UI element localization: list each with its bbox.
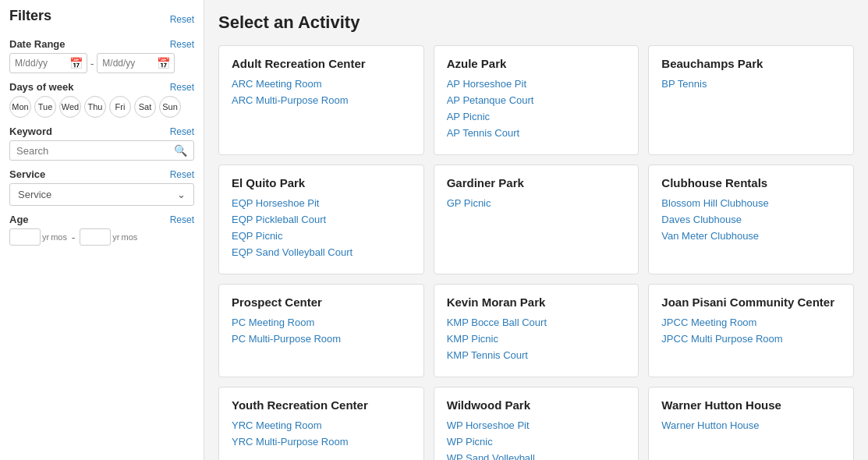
activity-link-10-0[interactable]: WP Horseshoe Pit <box>447 419 626 431</box>
activity-card-4: Gardiner ParkGP Picnic <box>434 165 639 274</box>
activity-link-5-2[interactable]: Van Meter Clubhouse <box>661 230 841 242</box>
activity-link-9-0[interactable]: YRC Meeting Room <box>232 419 411 431</box>
activity-link-6-1[interactable]: PC Multi-Purpose Room <box>232 333 411 345</box>
date-start-wrap: 📅 <box>9 53 87 73</box>
age-max-group: 99+ yr mos <box>80 228 137 246</box>
activity-card-11: Warner Hutton HouseWarner Hutton House <box>648 387 854 460</box>
activity-link-10-1[interactable]: WP Picnic <box>447 436 626 448</box>
days-of-week-reset[interactable]: Reset <box>170 82 194 93</box>
search-wrap: 🔍 <box>9 140 194 161</box>
day-btn-fri[interactable]: Fri <box>109 96 131 118</box>
day-btn-thu[interactable]: Thu <box>84 96 106 118</box>
activity-link-7-0[interactable]: KMP Bocce Ball Court <box>447 317 626 328</box>
activity-link-7-1[interactable]: KMP Picnic <box>447 333 626 345</box>
age-min-input[interactable]: 0 <box>14 232 36 242</box>
activity-card-8: Joan Pisani Community CenterJPCC Meeting… <box>648 284 854 377</box>
age-row: 0 yr mos - 99+ yr mos <box>9 228 194 246</box>
activity-link-5-1[interactable]: Daves Clubhouse <box>661 214 841 225</box>
activity-card-7: Kevin Moran ParkKMP Bocce Ball CourtKMP … <box>434 284 639 377</box>
activity-link-6-0[interactable]: PC Meeting Room <box>232 317 411 328</box>
activity-card-title-8: Joan Pisani Community Center <box>661 295 841 309</box>
age-min-wrap: 0 <box>9 228 41 246</box>
activity-card-title-7: Kevin Moran Park <box>447 295 626 309</box>
search-input[interactable] <box>16 145 174 157</box>
activity-link-2-0[interactable]: BP Tennis <box>661 78 841 90</box>
activity-link-11-0[interactable]: Warner Hutton House <box>661 419 841 431</box>
activity-link-5-0[interactable]: Blossom Hill Clubhouse <box>661 197 841 209</box>
day-btn-sat[interactable]: Sat <box>134 96 156 118</box>
keyword-label: Keyword <box>9 126 52 137</box>
age-range-separator: - <box>72 232 75 243</box>
date-range-row: 📅 - 📅 <box>9 53 194 73</box>
page-title: Select an Activity <box>218 12 854 33</box>
day-btn-mon[interactable]: Mon <box>9 96 31 118</box>
days-of-week-label: Days of week <box>9 81 73 93</box>
date-range-label: Date Range <box>9 38 66 50</box>
activity-card-title-3: El Quito Park <box>232 176 411 189</box>
chevron-down-icon: ⌄ <box>177 189 186 200</box>
activity-link-1-2[interactable]: AP Picnic <box>447 111 626 122</box>
days-row: MonTueWedThuFriSatSun <box>9 96 194 118</box>
date-end-wrap: 📅 <box>97 53 175 73</box>
activity-card-title-10: Wildwood Park <box>447 398 626 412</box>
activity-link-9-1[interactable]: YRC Multi-Purpose Room <box>232 436 411 448</box>
activity-card-title-0: Adult Recreation Center <box>232 57 411 70</box>
date-end-input[interactable] <box>102 58 157 69</box>
main-content: Select an Activity Adult Recreation Cent… <box>204 0 868 460</box>
activity-link-1-1[interactable]: AP Petanque Court <box>447 94 626 106</box>
date-range-section: Date Range Reset 📅 - 📅 <box>9 38 194 73</box>
calendar-start-icon[interactable]: 📅 <box>69 57 83 69</box>
days-of-week-section: Days of week Reset MonTueWedThuFriSatSun <box>9 81 194 118</box>
activity-link-10-2[interactable]: WP Sand Volleyball <box>447 452 626 460</box>
service-section: Service Reset Service ⌄ <box>9 168 194 206</box>
age-min-mos: mos <box>51 232 67 242</box>
activity-card-title-9: Youth Recreation Center <box>232 398 411 412</box>
activity-card-5: Clubhouse RentalsBlossom Hill ClubhouseD… <box>648 165 854 274</box>
age-reset[interactable]: Reset <box>170 214 194 225</box>
activity-link-0-0[interactable]: ARC Meeting Room <box>232 78 411 90</box>
activity-link-3-1[interactable]: EQP Pickleball Court <box>232 214 411 225</box>
date-start-input[interactable] <box>15 58 69 69</box>
activity-card-title-6: Prospect Center <box>232 295 411 309</box>
activity-link-1-0[interactable]: AP Horseshoe Pit <box>447 78 626 90</box>
activity-link-7-2[interactable]: KMP Tennis Court <box>447 349 626 361</box>
activity-card-title-11: Warner Hutton House <box>661 398 841 412</box>
search-icon[interactable]: 🔍 <box>174 144 187 157</box>
activity-card-9: Youth Recreation CenterYRC Meeting RoomY… <box>218 387 424 460</box>
activity-link-8-0[interactable]: JPCC Meeting Room <box>661 317 841 328</box>
date-range-reset[interactable]: Reset <box>170 39 194 50</box>
age-max-input[interactable]: 99+ <box>84 232 106 242</box>
day-btn-wed[interactable]: Wed <box>59 96 81 118</box>
activity-card-title-5: Clubhouse Rentals <box>661 176 841 189</box>
day-btn-sun[interactable]: Sun <box>159 96 181 118</box>
activity-grid: Adult Recreation CenterARC Meeting RoomA… <box>218 45 854 460</box>
service-reset[interactable]: Reset <box>170 169 194 180</box>
activity-card-10: Wildwood ParkWP Horseshoe PitWP PicnicWP… <box>434 387 639 460</box>
age-max-wrap: 99+ <box>80 228 111 246</box>
keyword-reset[interactable]: Reset <box>170 126 194 137</box>
sidebar: Filters Reset Date Range Reset 📅 - 📅 Day… <box>0 0 204 460</box>
activity-card-0: Adult Recreation CenterARC Meeting RoomA… <box>218 45 424 155</box>
activity-link-3-3[interactable]: EQP Sand Volleyball Court <box>232 246 411 258</box>
age-label: Age <box>9 214 29 225</box>
global-reset-link[interactable]: Reset <box>170 14 194 25</box>
age-max-mos: mos <box>121 232 137 242</box>
filters-title: Filters <box>9 8 51 24</box>
calendar-end-icon[interactable]: 📅 <box>157 57 170 69</box>
activity-link-0-1[interactable]: ARC Multi-Purpose Room <box>232 94 411 106</box>
age-min-yr: yr <box>42 232 49 242</box>
service-label: Service <box>9 168 45 180</box>
keyword-section: Keyword Reset 🔍 <box>9 126 194 161</box>
activity-link-1-3[interactable]: AP Tennis Court <box>447 127 626 139</box>
activity-card-1: Azule ParkAP Horseshoe PitAP Petanque Co… <box>434 45 639 155</box>
activity-link-3-2[interactable]: EQP Picnic <box>232 230 411 242</box>
activity-card-title-1: Azule Park <box>447 57 626 70</box>
activity-link-4-0[interactable]: GP Picnic <box>447 197 626 209</box>
activity-link-8-1[interactable]: JPCC Multi Purpose Room <box>661 333 841 345</box>
day-btn-tue[interactable]: Tue <box>34 96 56 118</box>
activity-card-title-2: Beauchamps Park <box>661 57 841 70</box>
service-selected-value: Service <box>18 189 51 200</box>
service-dropdown[interactable]: Service ⌄ <box>9 183 194 206</box>
activity-link-3-0[interactable]: EQP Horseshoe Pit <box>232 197 411 209</box>
activity-card-6: Prospect CenterPC Meeting RoomPC Multi-P… <box>218 284 424 377</box>
